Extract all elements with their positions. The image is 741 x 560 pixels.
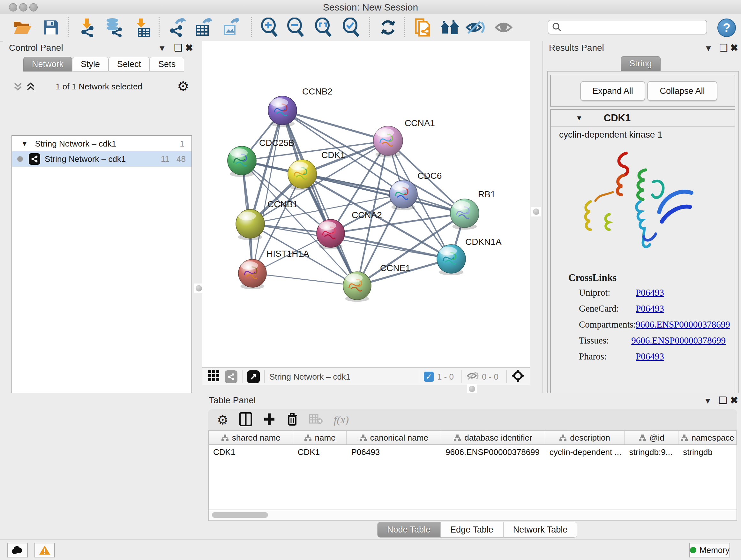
cloud-button[interactable] [7,543,28,557]
crosslink-value-link[interactable]: P06493 [636,303,664,314]
zoom-out-icon[interactable] [284,16,307,39]
refresh-icon[interactable] [377,16,400,39]
zoom-fit-icon[interactable] [312,16,335,39]
expand-all-tree-icon[interactable] [25,81,36,94]
grid-view-icon[interactable] [207,369,220,384]
hide-eye-icon[interactable] [464,16,487,39]
network-edge[interactable] [331,233,451,259]
save-icon[interactable] [40,16,63,39]
collapse-triangle-icon[interactable]: ▼ [576,114,583,122]
eye-icon[interactable] [493,16,516,39]
memory-status-dot [690,547,696,553]
crosslink-value-link[interactable]: P06493 [636,351,664,362]
tab-style[interactable]: Style [72,57,109,71]
close-panel-icon[interactable]: ✖ [185,42,193,53]
table-settings-gear-icon[interactable]: ⚙ [217,413,228,427]
horizontal-splitter-handle[interactable] [467,384,477,394]
column-header-database-identifier[interactable]: database identifier [441,431,545,444]
import-network-icon[interactable] [75,16,98,39]
right-splitter-handle[interactable] [531,207,541,216]
network-options-gear-icon[interactable]: ⚙ [177,78,189,94]
table-cell[interactable]: cyclin-dependent ... [545,445,625,459]
show-columns-icon[interactable] [239,412,252,428]
birds-eye-view-icon[interactable] [247,370,260,383]
column-header-id[interactable]: @id [624,431,678,444]
crosslink-value-link[interactable]: 9606.ENSP00000378699 [631,335,726,346]
export-image-icon[interactable] [219,16,242,39]
edge-count: 48 [177,154,186,164]
ribbon-segment [619,153,628,175]
crosslink-label: Uniprot: [579,287,636,298]
float-panel-icon[interactable]: ❑ [719,42,728,53]
column-header-description[interactable]: description [545,431,625,444]
home-icon[interactable] [439,16,461,39]
float-panel-icon[interactable]: ❑ [719,395,727,406]
node-label-CDKN1A: CDKN1A [465,237,502,247]
network-row-selected[interactable]: String Network – cdk1 11 48 [12,151,192,167]
zoom-in-icon[interactable] [258,16,281,39]
table-cell[interactable]: 9606.ENSP00000378699 [441,445,545,459]
table-horizontal-scrollbar[interactable] [208,510,737,521]
panel-menu-icon[interactable]: ▼ [704,396,712,406]
panel-menu-icon[interactable]: ▼ [158,44,166,53]
tab-string[interactable]: String [621,56,661,71]
crosshair-icon[interactable] [511,369,525,385]
ribbon-segment [638,170,646,199]
column-header-shared-name[interactable]: shared name [209,431,293,444]
tab-sets[interactable]: Sets [150,57,184,71]
table-cell[interactable]: CDK1 [293,445,347,459]
collapse-all-tree-icon[interactable] [13,81,23,94]
delete-column-trash-icon[interactable] [286,412,298,428]
zoom-selected-icon[interactable] [340,16,362,39]
export-network-icon[interactable] [165,16,188,39]
scrollbar-thumb[interactable] [212,512,268,518]
memory-button[interactable]: Memory [689,543,730,557]
network-edge[interactable] [253,273,357,286]
network-edge[interactable] [282,111,388,141]
column-header-canonical-name[interactable]: canonical name [347,431,441,444]
search-input[interactable] [562,22,697,33]
import-table-icon[interactable] [131,16,154,39]
network-share-icon[interactable] [225,370,238,383]
collapse-triangle-icon[interactable]: ▼ [21,139,28,148]
collapse-all-button[interactable]: Collapse All [647,81,718,101]
right-splitter[interactable] [530,41,542,385]
tab-network[interactable]: Network [23,57,72,71]
copy-session-icon[interactable] [411,16,434,39]
crosslink-row: Compartments:9606.ENSP00000378699 [579,319,726,330]
tab-select[interactable]: Select [109,57,150,71]
float-panel-icon[interactable]: ❑ [174,42,183,53]
table-cell[interactable]: P06493 [347,445,441,459]
crosslink-value-link[interactable]: P06493 [636,287,664,298]
network-collection-row[interactable]: ▼ String Network – cdk1 1 [12,136,192,151]
help-icon[interactable]: ? [718,18,736,37]
crosslink-label: GeneCard: [579,303,636,314]
close-panel-icon[interactable]: ✖ [730,395,738,406]
network-canvas[interactable]: CCNB2CCNA1CDC25BCDK1CDC6RB1CCNB1CCNA2CDK… [202,41,530,367]
tab-edge-table[interactable]: Edge Table [441,522,503,538]
tab-node-table[interactable]: Node Table [377,522,441,538]
tab-network-table[interactable]: Network Table [503,522,578,538]
gene-header[interactable]: ▼ CDK1 [551,110,735,127]
column-header-namespace[interactable]: namespace [678,431,737,444]
left-splitter[interactable] [195,41,202,385]
warning-button[interactable] [35,543,55,557]
open-folder-icon[interactable] [11,16,34,39]
horizontal-splitter[interactable] [202,385,530,393]
selected-checkbox-icon[interactable]: ✓ [424,372,434,382]
close-panel-icon[interactable]: ✖ [730,42,738,53]
table-cell[interactable]: CDK1 [209,445,293,459]
netbar-separator [461,370,462,383]
table-row[interactable]: CDK1CDK1P064939606.ENSP00000378699cyclin… [209,445,737,459]
expand-all-button[interactable]: Expand All [580,81,645,101]
title-bar: Session: New Session [0,0,741,14]
export-table-icon[interactable] [192,16,214,39]
table-cell[interactable]: stringdb [678,445,737,459]
panel-menu-icon[interactable]: ▼ [704,44,713,53]
crosslink-value-link[interactable]: 9606.ENSP00000378699 [636,319,730,330]
column-header-name[interactable]: name [293,431,347,444]
import-database-icon[interactable] [102,16,125,39]
hidden-eye-icon[interactable] [467,371,479,383]
table-cell[interactable]: stringdb:9... [624,445,678,459]
add-column-icon[interactable] [263,412,276,428]
